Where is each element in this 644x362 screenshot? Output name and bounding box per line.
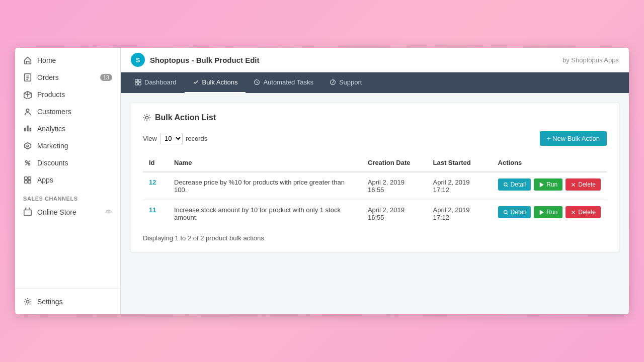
sidebar-item-marketing-label: Marketing (37, 142, 68, 150)
col-last-started: Last Started (427, 154, 492, 172)
tab-automated-tasks[interactable]: Automated Tasks (246, 72, 321, 93)
dashboard-tab-icon (135, 79, 141, 85)
search-icon (503, 210, 509, 215)
row2-delete-button[interactable]: Delete (566, 206, 601, 218)
sidebar-item-analytics-label: Analytics (37, 125, 65, 133)
col-creation-date: Creation Date (362, 154, 427, 172)
sidebar-item-orders-label: Orders (37, 73, 59, 81)
app-window: Home Orders 13 Products (15, 48, 629, 314)
row2-action-btns: Detail Run Delete (498, 206, 601, 218)
svg-marker-23 (540, 210, 543, 214)
discounts-icon (23, 158, 32, 167)
table-row: 11 Increase stock amount by 10 for produ… (143, 200, 607, 228)
sidebar-item-products-label: Products (37, 90, 65, 99)
tab-support[interactable]: Support (321, 72, 370, 93)
svg-rect-14 (138, 79, 141, 82)
orders-badge: 13 (100, 74, 112, 81)
sidebar-nav: Home Orders 13 Products (15, 48, 120, 289)
app-header-right: by Shoptopus Apps (562, 56, 619, 64)
play-icon (539, 182, 544, 188)
svg-point-11 (108, 211, 110, 212)
sidebar-item-discounts[interactable]: Discounts (15, 154, 120, 171)
main-content: S Shoptopus - Bulk Product Edit by Shopt… (121, 48, 629, 314)
svg-point-3 (26, 161, 28, 163)
bulk-actions-table: Id Name Creation Date Last Started Actio… (143, 154, 607, 227)
sidebar-item-settings[interactable]: Settings (15, 293, 120, 310)
analytics-icon (23, 124, 32, 133)
tab-dashboard-label: Dashboard (144, 78, 177, 86)
sidebar-item-orders[interactable]: Orders 13 (15, 69, 120, 86)
marketing-icon (23, 141, 32, 150)
view-row: View 10 25 50 records (143, 133, 207, 144)
sidebar-item-products[interactable]: Products (15, 86, 120, 103)
row1-creation-date: April 2, 2019 16:55 (362, 172, 427, 200)
table-body: 12 Decrease price by %10 for products wi… (143, 172, 607, 227)
row1-name: Decrease price by %10 for products with … (168, 172, 362, 200)
row1-run-button[interactable]: Run (534, 178, 562, 191)
online-store-icon (23, 208, 32, 217)
pagination-footer: Displaying 1 to 2 of 2 product bulk acti… (143, 234, 607, 242)
svg-rect-7 (25, 180, 27, 183)
row2-name: Increase stock amount by 10 for product … (168, 200, 362, 228)
row1-id: 12 (143, 172, 168, 200)
orders-icon (23, 73, 32, 82)
svg-point-19 (145, 116, 148, 119)
support-tab-icon (330, 79, 336, 85)
svg-rect-15 (135, 82, 138, 85)
sidebar-item-customers[interactable]: Customers (15, 103, 120, 120)
svg-rect-9 (24, 210, 31, 216)
row2-actions: Detail Run Delete (492, 200, 607, 228)
close-icon (571, 182, 576, 188)
svg-point-4 (28, 163, 30, 165)
row1-last-started: April 2, 2019 17:12 (427, 172, 492, 200)
sidebar-bottom: Settings (15, 289, 120, 314)
svg-point-22 (504, 210, 507, 213)
new-bulk-action-button[interactable]: + New Bulk Action (540, 131, 607, 146)
sidebar-item-apps[interactable]: Apps (15, 171, 120, 189)
col-actions: Actions (492, 154, 607, 172)
row1-delete-button[interactable]: Delete (566, 178, 601, 191)
app-logo: S (131, 53, 145, 67)
settings-icon (23, 297, 32, 306)
row2-run-button[interactable]: Run (534, 206, 562, 218)
sales-channels-title: SALES CHANNELS (15, 189, 120, 204)
col-id: Id (143, 154, 168, 172)
svg-point-12 (26, 300, 29, 303)
tab-bulk-actions-label: Bulk Actions (202, 78, 238, 86)
row2-detail-button[interactable]: Detail (498, 206, 531, 218)
bulk-actions-tab-icon (193, 79, 199, 85)
table-row: 12 Decrease price by %10 for products wi… (143, 172, 607, 200)
row2-id: 11 (143, 200, 168, 228)
home-icon (23, 56, 32, 65)
tab-support-label: Support (339, 78, 362, 86)
online-store-eye-icon (105, 208, 112, 217)
sidebar-item-online-store[interactable]: Online Store (15, 204, 120, 221)
sidebar-item-home[interactable]: Home (15, 52, 120, 69)
svg-rect-5 (25, 177, 27, 179)
play-icon (539, 210, 544, 215)
tab-bulk-actions[interactable]: Bulk Actions (185, 72, 246, 93)
content-area: Bulk Action List View 10 25 50 records +… (121, 93, 629, 314)
tab-automated-tasks-label: Automated Tasks (263, 78, 313, 86)
gear-icon (143, 114, 151, 122)
records-label: records (186, 135, 207, 142)
sidebar-item-online-store-label: Online Store (37, 208, 76, 216)
svg-point-20 (504, 183, 507, 186)
products-icon (23, 90, 32, 99)
sidebar-item-apps-label: Apps (37, 176, 53, 184)
sidebar-item-home-label: Home (37, 56, 56, 64)
sidebar-item-marketing[interactable]: Marketing (15, 137, 120, 154)
row1-action-btns: Detail Run Delete (498, 178, 601, 191)
app-header-left: S Shoptopus - Bulk Product Edit (131, 53, 260, 67)
records-per-page-select[interactable]: 10 25 50 (160, 133, 183, 144)
sidebar-item-analytics[interactable]: Analytics (15, 120, 120, 137)
customers-icon (23, 107, 32, 116)
view-label: View (143, 135, 157, 142)
nav-tabs-bar: Dashboard Bulk Actions Automated Tasks S… (121, 72, 629, 93)
sidebar-item-customers-label: Customers (37, 108, 71, 116)
close-icon (571, 210, 576, 215)
row1-detail-button[interactable]: Detail (498, 178, 531, 191)
sidebar: Home Orders 13 Products (15, 48, 121, 314)
tab-dashboard[interactable]: Dashboard (127, 72, 185, 93)
app-title: Shoptopus - Bulk Product Edit (150, 56, 260, 64)
